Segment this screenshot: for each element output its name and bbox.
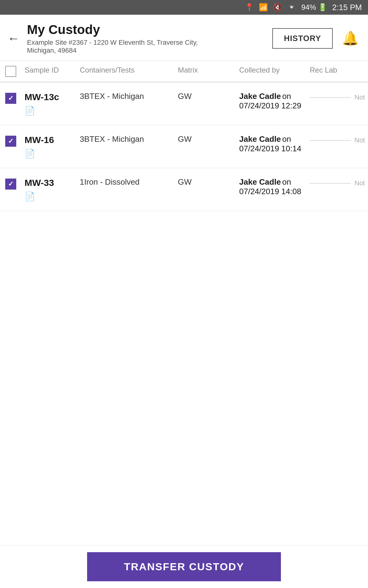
document-icon[interactable]: 📄 (25, 191, 74, 202)
sample-id-cell: MW-33 📄 (21, 177, 77, 202)
row-checkbox-1[interactable] (5, 136, 16, 147)
table-row: MW-33 📄 1Iron - Dissolved GW Jake Cadle … (0, 168, 368, 211)
containers-tests-cell: 3BTEX - Michigan (77, 92, 175, 101)
mute-icon: 🔇 (273, 3, 282, 12)
col-sample-id: Sample ID (21, 66, 77, 77)
collected-by-date: 07/24/2019 14:08 (239, 187, 304, 196)
history-button[interactable]: HISTORY (272, 28, 333, 49)
notes-separator (310, 183, 351, 184)
col-rec-lab: Rec Lab (307, 66, 368, 77)
containers-tests-value: 1Iron - Dissolved (80, 177, 172, 187)
notification-bell-icon[interactable]: 🔔 (342, 30, 359, 46)
bottom-bar: TRANSFER CUSTODY (0, 545, 368, 588)
rec-lab-cell: Not (307, 134, 368, 144)
sample-id-value: MW-16 (25, 134, 74, 145)
row-checkbox-col[interactable] (0, 92, 21, 104)
collected-by-cell: Jake Cadle on 07/24/2019 14:08 (236, 177, 307, 196)
col-matrix: Matrix (175, 66, 236, 77)
location-icon: 📍 (245, 3, 254, 12)
matrix-value: GW (178, 177, 233, 187)
rec-lab-cell: Not (307, 177, 368, 187)
matrix-value: GW (178, 92, 233, 101)
containers-tests-cell: 1Iron - Dissolved (77, 177, 175, 187)
collected-by-date: 07/24/2019 10:14 (239, 144, 304, 153)
page-header: ← My Custody Example Site #2367 - 1220 W… (0, 15, 368, 61)
page-title: My Custody (27, 22, 211, 37)
rec-lab-cell: Not (307, 92, 368, 101)
collected-by-name: Jake Cadle (239, 92, 281, 101)
document-icon[interactable]: 📄 (25, 149, 74, 159)
notes-separator (310, 140, 351, 141)
sample-id-value: MW-13c (25, 92, 74, 103)
collected-by-date: 07/24/2019 12:29 (239, 101, 304, 111)
collected-by-on: on (282, 92, 291, 101)
sample-table: MW-13c 📄 3BTEX - Michigan GW Jake Cadle … (0, 82, 368, 211)
collected-by-name: Jake Cadle (239, 134, 281, 144)
battery-icon: 94% 🔋 (301, 3, 327, 12)
matrix-cell: GW (175, 177, 236, 187)
notes-label: Not (355, 136, 365, 144)
back-button[interactable]: ← (6, 31, 21, 46)
matrix-cell: GW (175, 134, 236, 144)
notes-label: Not (355, 179, 365, 187)
containers-tests-value: 3BTEX - Michigan (80, 134, 172, 144)
collected-by-cell: Jake Cadle on 07/24/2019 12:29 (236, 92, 307, 111)
status-bar: 📍 📶 🔇 94% 🔋 2:15 PM (0, 0, 368, 15)
transfer-custody-button[interactable]: TRANSFER CUSTODY (87, 552, 281, 581)
matrix-value: GW (178, 134, 233, 144)
row-checkbox-0[interactable] (5, 93, 16, 104)
sample-id-value: MW-33 (25, 177, 74, 188)
sample-id-cell: MW-16 📄 (21, 134, 77, 159)
document-icon[interactable]: 📄 (25, 106, 74, 116)
containers-tests-value: 3BTEX - Michigan (80, 92, 172, 101)
select-all-checkbox[interactable] (5, 66, 16, 77)
notes-label: Not (355, 93, 365, 101)
wifi-icon (287, 3, 296, 12)
matrix-cell: GW (175, 92, 236, 101)
collected-by-name: Jake Cadle (239, 177, 281, 187)
col-collected-by: Collected by (236, 66, 307, 77)
table-row: MW-13c 📄 3BTEX - Michigan GW Jake Cadle … (0, 82, 368, 125)
collected-by-cell: Jake Cadle on 07/24/2019 10:14 (236, 134, 307, 153)
table-header: Sample ID Containers/Tests Matrix Collec… (0, 61, 368, 82)
collected-by-on: on (282, 134, 291, 144)
table-row: MW-16 📄 3BTEX - Michigan GW Jake Cadle o… (0, 125, 368, 168)
bluetooth-icon: 📶 (259, 3, 268, 12)
status-time: 2:15 PM (332, 3, 362, 12)
containers-tests-cell: 3BTEX - Michigan (77, 134, 175, 144)
site-subtitle: Example Site #2367 - 1220 W Eleventh St,… (27, 39, 211, 55)
sample-id-cell: MW-13c 📄 (21, 92, 77, 116)
row-checkbox-col[interactable] (0, 134, 21, 147)
notes-separator (310, 97, 351, 98)
row-checkbox-2[interactable] (5, 179, 16, 190)
collected-by-on: on (282, 177, 291, 187)
col-containers-tests: Containers/Tests (77, 66, 175, 77)
select-all-col[interactable] (0, 66, 21, 77)
row-checkbox-col[interactable] (0, 177, 21, 190)
